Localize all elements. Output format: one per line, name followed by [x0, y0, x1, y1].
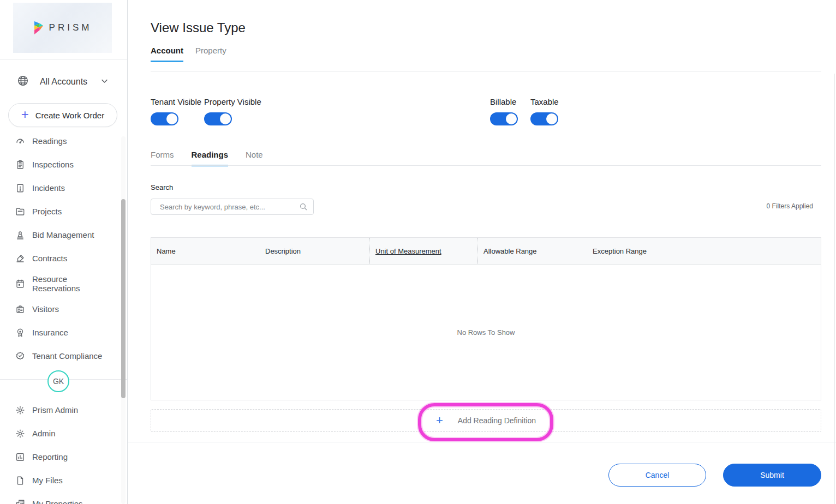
user-avatar[interactable]: GK [47, 370, 69, 392]
add-reading-definition-button[interactable]: + Add Reading Definition [436, 415, 536, 427]
page-title: View Issue Type [151, 20, 246, 35]
tab-property[interactable]: Property [195, 46, 226, 62]
tab-note[interactable]: Note [246, 150, 263, 166]
sidebar-item-my-properties[interactable]: My Properties [0, 492, 120, 504]
sidebar-item-label: Incidents [32, 183, 65, 193]
taxable-toggle[interactable] [530, 112, 558, 125]
create-work-order-button[interactable]: + Create Work Order [8, 103, 117, 127]
tab-account[interactable]: Account [151, 46, 183, 62]
table-header: Name Description Unit of Measurement All… [151, 238, 821, 265]
gear-icon [15, 405, 25, 415]
prism-logo-icon [33, 21, 44, 35]
column-header-unit-of-measurement[interactable]: Unit of Measurement [369, 238, 478, 264]
brand-logo[interactable]: PRISM [13, 3, 112, 53]
footer-divider [128, 442, 836, 442]
building-icon [15, 499, 25, 504]
property-visible-group: Property Visible [204, 97, 261, 125]
tenant-visible-toggle[interactable] [151, 112, 178, 125]
sidebar-item-visitors[interactable]: Visitors [0, 297, 120, 321]
search-input[interactable] [151, 203, 299, 211]
sidebar-menu: Readings Inspections Incidents Projects [0, 133, 120, 369]
search-box [151, 199, 314, 215]
chevron-down-icon [100, 77, 109, 87]
tenant-visible-label: Tenant Visible [151, 97, 201, 106]
create-work-order-label: Create Work Order [35, 111, 104, 120]
main-panel: View Issue Type Account Property Tenant … [128, 0, 836, 504]
sidebar-item-label: My Files [32, 476, 63, 485]
sidebar-item-readings[interactable]: Readings [0, 133, 120, 153]
sidebar-item-label: Insurance [32, 328, 68, 337]
search-label: Search [151, 183, 173, 191]
plus-icon: + [436, 415, 443, 427]
sidebar-item-admin[interactable]: Admin [0, 422, 120, 445]
search-icon[interactable] [299, 202, 308, 211]
readings-table: Name Description Unit of Measurement All… [151, 237, 821, 400]
clipboard-icon [15, 160, 25, 170]
submit-button[interactable]: Submit [723, 464, 821, 487]
billable-toggle[interactable] [490, 112, 518, 125]
sidebar-item-label: Prism Admin [32, 405, 78, 415]
badge-icon [15, 304, 25, 314]
billable-label: Billable [490, 97, 518, 106]
sidebar-item-label: Reporting [32, 452, 68, 461]
signature-icon [15, 254, 25, 263]
calendar-icon [15, 279, 25, 289]
subtabs-divider [151, 165, 821, 166]
sidebar-item-my-files[interactable]: My Files [0, 469, 120, 492]
sidebar-item-label: Contracts [32, 254, 67, 263]
sidebar-item-label: Resource Reservations [32, 274, 92, 293]
sidebar-item-insurance[interactable]: Insurance [0, 321, 120, 344]
sidebar-item-incidents[interactable]: Incidents [0, 176, 120, 200]
sidebar-item-label: Readings [32, 136, 67, 146]
billable-group: Billable [490, 97, 518, 125]
sidebar-item-reporting[interactable]: Reporting [0, 445, 120, 469]
sidebar-item-label: Visitors [32, 304, 59, 314]
gauge-icon [15, 136, 25, 146]
tenant-visible-group: Tenant Visible [151, 97, 201, 125]
property-visible-toggle[interactable] [204, 112, 232, 125]
sidebar-item-label: Tenant Compliance [32, 351, 102, 361]
taxable-label: Taxable [530, 97, 559, 106]
toggle-row: Tenant Visible Property Visible Billable… [151, 97, 821, 130]
sidebar-item-bid-management[interactable]: Bid Management [0, 223, 120, 247]
cancel-button[interactable]: Cancel [608, 464, 706, 487]
column-header-name[interactable]: Name [151, 238, 260, 264]
sidebar-item-tenant-compliance[interactable]: Tenant Compliance [0, 344, 120, 368]
sidebar-item-label: Inspections [32, 160, 74, 169]
column-header-description[interactable]: Description [260, 238, 369, 264]
sidebar-scrollbar-thumb[interactable] [121, 199, 126, 398]
account-switcher-label: All Accounts [27, 77, 100, 87]
incident-clipboard-icon [15, 183, 25, 193]
sidebar-item-projects[interactable]: Projects [0, 200, 120, 223]
tabs-divider [151, 71, 821, 71]
filters-applied-text: 0 Filters Applied [767, 202, 813, 210]
tab-forms[interactable]: Forms [151, 150, 174, 166]
add-reading-definition-label: Add Reading Definition [458, 416, 536, 425]
sidebar-top-divider [0, 59, 127, 59]
sidebar-item-prism-admin[interactable]: Prism Admin [0, 398, 120, 422]
plus-icon: + [21, 108, 29, 121]
sidebar-admin-menu: Prism Admin Admin Reporting My Files My [0, 398, 120, 504]
secondary-tabs: Forms Readings Note [151, 150, 263, 166]
sidebar-item-contracts[interactable]: Contracts [0, 247, 120, 270]
folder-icon [15, 207, 25, 217]
verified-icon [15, 351, 25, 361]
sidebar-item-resource-reservations[interactable]: Resource Reservations [0, 270, 120, 297]
column-header-exception-range[interactable]: Exception Range [587, 238, 821, 264]
sidebar-item-label: Bid Management [32, 230, 94, 239]
account-switcher[interactable]: All Accounts [0, 73, 127, 91]
taxable-group: Taxable [530, 97, 559, 125]
bar-chart-icon [15, 452, 25, 462]
sidebar: PRISM All Accounts + Create Work Order R… [0, 0, 128, 504]
content-scrollbar-track [834, 74, 835, 504]
primary-tabs: Account Property [151, 46, 226, 62]
sidebar-item-label: Admin [32, 429, 56, 438]
sidebar-item-label: My Properties [32, 499, 83, 504]
empty-state-text: No Rows To Show [457, 328, 515, 337]
sidebar-item-inspections[interactable]: Inspections [0, 153, 120, 176]
add-reading-definition-row: + Add Reading Definition [151, 409, 821, 432]
column-header-allowable-range[interactable]: Allowable Range [478, 238, 587, 264]
property-visible-label: Property Visible [204, 97, 261, 106]
tab-readings[interactable]: Readings [192, 150, 229, 166]
table-body: No Rows To Show [151, 265, 821, 400]
